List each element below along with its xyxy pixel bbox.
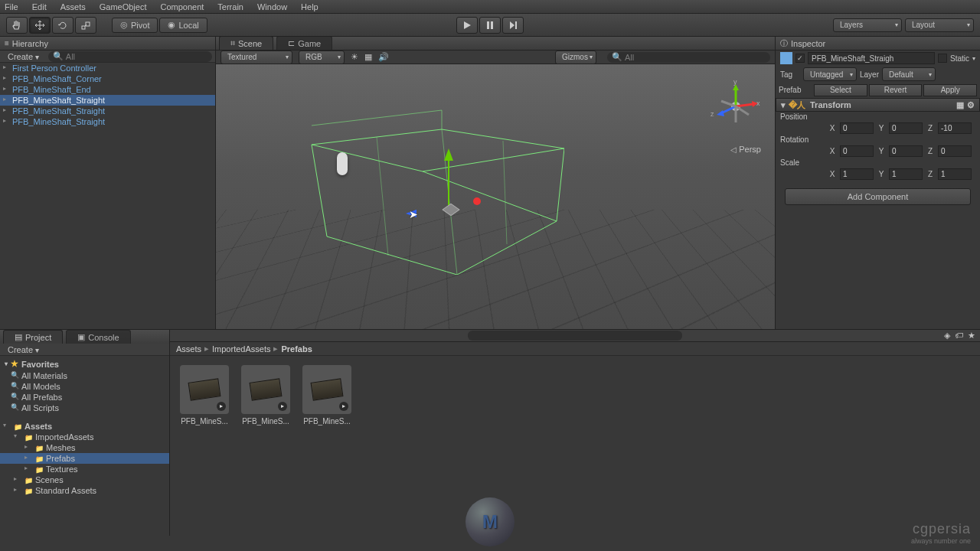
play-button[interactable] bbox=[456, 17, 478, 34]
position-values: X Y Z bbox=[776, 122, 980, 135]
favorite-item[interactable]: All Prefabs bbox=[0, 392, 169, 403]
tab-project[interactable]: ▤Project bbox=[3, 330, 63, 344]
scene-viewport[interactable]: ➤ y x z ◁ Persp bbox=[216, 64, 775, 329]
gear-icon[interactable]: ⚙ bbox=[967, 100, 975, 110]
fx-icon[interactable]: ▦ bbox=[364, 52, 372, 62]
gizmo-y-arrow[interactable] bbox=[444, 148, 453, 161]
favorite-item[interactable]: All Models bbox=[0, 381, 169, 392]
orientation-gizmo[interactable]: y x z bbox=[709, 80, 763, 133]
scale-z[interactable] bbox=[938, 168, 972, 180]
folder-item[interactable]: 📁Scenes bbox=[0, 474, 169, 485]
folder-item[interactable]: 📁Meshes bbox=[0, 442, 169, 453]
label-icon[interactable]: 🏷 bbox=[955, 331, 963, 341]
gizmo-x-arrow[interactable] bbox=[473, 197, 481, 205]
transform-title: Transform bbox=[810, 100, 851, 109]
assets-root[interactable]: 📁Assets bbox=[0, 421, 169, 432]
star-icon[interactable]: ★ bbox=[968, 331, 975, 341]
position-z[interactable] bbox=[938, 122, 972, 134]
project-toolbar: Create ▾ bbox=[0, 344, 169, 356]
folder-icon: 📁 bbox=[35, 445, 44, 452]
object-name-field[interactable]: PFB_MineShaft_Straigh bbox=[808, 52, 935, 64]
menu-file[interactable]: File bbox=[5, 2, 18, 11]
help-icon[interactable]: ▦ bbox=[956, 100, 964, 110]
hand-tool[interactable] bbox=[6, 17, 28, 34]
hierarchy-icon: ≡ bbox=[5, 39, 9, 47]
asset-item[interactable]: PFB_MineS... bbox=[179, 365, 230, 425]
asset-item[interactable]: PFB_MineS... bbox=[240, 365, 291, 425]
light-icon[interactable]: ☀ bbox=[351, 52, 358, 62]
prefab-select-button[interactable]: Select bbox=[814, 84, 867, 96]
prefab-revert-button[interactable]: Revert bbox=[869, 84, 923, 96]
inspector-header[interactable]: ⓘ Inspector bbox=[776, 37, 980, 51]
folder-item[interactable]: 📁ImportedAssets bbox=[0, 432, 169, 442]
rotate-tool[interactable] bbox=[52, 17, 74, 34]
filter-icon[interactable]: ◈ bbox=[944, 331, 950, 341]
scene-search[interactable]: 🔍 All bbox=[607, 52, 770, 63]
crumb-imported[interactable]: ImportedAssets bbox=[212, 344, 270, 354]
menu-edit[interactable]: Edit bbox=[32, 2, 47, 11]
rotation-z[interactable] bbox=[938, 145, 972, 157]
audio-icon[interactable]: 🔊 bbox=[378, 52, 389, 62]
rotation-x[interactable] bbox=[840, 145, 874, 157]
move-tool[interactable] bbox=[29, 17, 51, 34]
menu-window[interactable]: Window bbox=[257, 2, 287, 11]
hierarchy-item[interactable]: PFB_MineShaft_Straight bbox=[0, 95, 215, 106]
gizmos-dropdown[interactable]: Gizmos bbox=[555, 51, 596, 64]
projection-label[interactable]: ◁ Persp bbox=[730, 145, 761, 154]
scale-tool[interactable] bbox=[75, 17, 96, 34]
tab-scene[interactable]: ⌗Scene bbox=[219, 36, 273, 50]
pause-button[interactable] bbox=[479, 17, 501, 34]
hierarchy-item[interactable]: PFB_MineShaft_End bbox=[0, 84, 215, 95]
hierarchy-item[interactable]: First Person Controller bbox=[0, 63, 215, 73]
position-x[interactable] bbox=[840, 122, 874, 134]
menu-terrain[interactable]: Terrain bbox=[217, 2, 243, 11]
shading-dropdown[interactable]: Textured bbox=[220, 51, 292, 64]
static-checkbox[interactable] bbox=[938, 54, 947, 63]
hierarchy-item[interactable]: PFB_MineShaft_Straight bbox=[0, 106, 215, 116]
menu-gameobject[interactable]: GameObject bbox=[100, 2, 147, 11]
project-create[interactable]: Create ▾ bbox=[3, 345, 44, 354]
menu-assets[interactable]: Assets bbox=[60, 2, 86, 11]
layers-dropdown[interactable]: Layers bbox=[833, 18, 902, 32]
hierarchy-search[interactable]: 🔍 All bbox=[48, 51, 212, 62]
assets-search[interactable] bbox=[468, 331, 682, 341]
tab-game[interactable]: ⊏Game bbox=[276, 36, 332, 50]
transform-header[interactable]: ▾ �人 Transform ▦ ⚙ bbox=[776, 98, 980, 112]
step-button[interactable] bbox=[502, 17, 524, 34]
position-y[interactable] bbox=[889, 122, 923, 134]
assets-filter-icons: ◈ 🏷 ★ bbox=[944, 331, 975, 341]
hierarchy-create[interactable]: Create ▾ bbox=[3, 52, 44, 61]
layer-dropdown[interactable]: Default bbox=[882, 67, 936, 81]
scale-y[interactable] bbox=[889, 168, 923, 180]
folder-item[interactable]: 📁Textures bbox=[0, 464, 169, 474]
layout-dropdown[interactable]: Layout bbox=[905, 18, 974, 32]
active-checkbox[interactable]: ✓ bbox=[795, 54, 805, 63]
favorite-item[interactable]: All Materials bbox=[0, 370, 169, 381]
local-toggle[interactable]: ◉ Local bbox=[159, 18, 207, 33]
menu-component[interactable]: Component bbox=[160, 2, 204, 11]
crumb-assets[interactable]: Assets bbox=[176, 344, 201, 354]
favorites-header[interactable]: ▾★Favorites bbox=[0, 357, 169, 370]
hierarchy-item[interactable]: PFB_MineShaft_Straight bbox=[0, 116, 215, 127]
prefab-apply-button[interactable]: Apply bbox=[923, 84, 977, 96]
rotation-y[interactable] bbox=[889, 145, 923, 157]
favorite-item[interactable]: All Scripts bbox=[0, 403, 169, 413]
bottom-area: ▤Project ▣Console Create ▾ ▾★Favorites A… bbox=[0, 329, 980, 536]
hierarchy-item[interactable]: PFB_MineShaft_Corner bbox=[0, 73, 215, 84]
add-component-button[interactable]: Add Component bbox=[785, 188, 971, 205]
scale-x[interactable] bbox=[840, 168, 874, 180]
folder-item[interactable]: 📁Prefabs bbox=[0, 453, 169, 464]
hierarchy-header[interactable]: ≡ Hierarchy bbox=[0, 37, 215, 51]
folder-item[interactable]: 📁Standard Assets bbox=[0, 485, 169, 496]
tag-dropdown[interactable]: Untagged bbox=[803, 67, 857, 81]
transform-icon: �人 bbox=[789, 99, 805, 111]
rotation-label: Rotation bbox=[780, 135, 825, 144]
asset-item[interactable]: PFB_MineS... bbox=[302, 365, 352, 425]
static-dropdown-icon[interactable]: ▾ bbox=[972, 55, 975, 62]
crumb-prefabs[interactable]: Prefabs bbox=[281, 344, 312, 354]
render-dropdown[interactable]: RGB bbox=[299, 51, 345, 64]
menu-help[interactable]: Help bbox=[301, 2, 318, 11]
svg-rect-4 bbox=[515, 21, 517, 29]
pivot-toggle[interactable]: ◎ Pivot bbox=[112, 18, 158, 33]
tab-console[interactable]: ▣Console bbox=[66, 330, 130, 344]
